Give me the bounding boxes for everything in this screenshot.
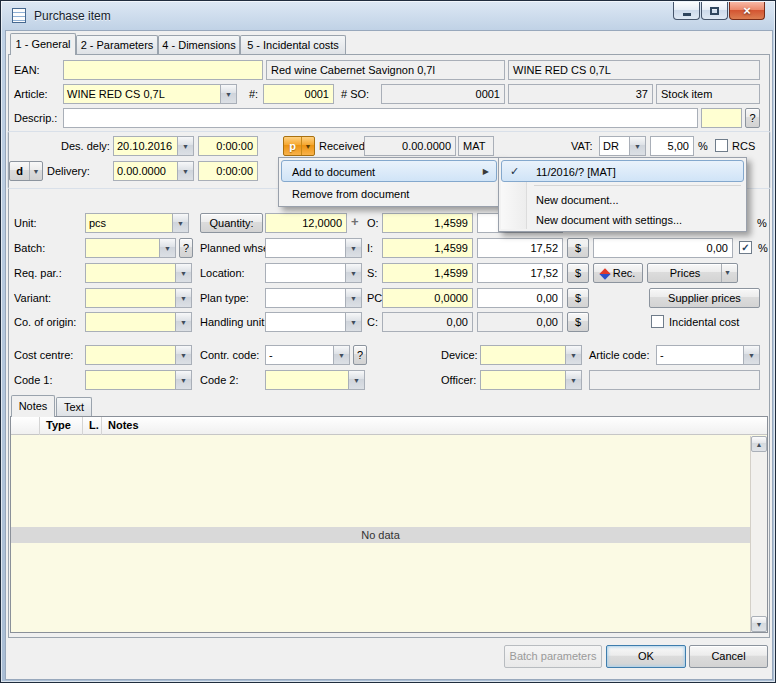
s-value2-input[interactable]: 17,52	[477, 263, 563, 283]
i-currency-button[interactable]: $	[567, 238, 589, 258]
tab-dimensions[interactable]: 4 - Dimensions	[158, 35, 240, 54]
chevron-down-icon[interactable]: ▼	[721, 264, 733, 282]
unit-combo[interactable]: pcs ▼	[85, 213, 189, 233]
device-combo[interactable]: ▼	[480, 345, 582, 365]
chevron-down-icon[interactable]: ▼	[345, 239, 361, 257]
vat-combo[interactable]: DR ▼	[599, 136, 646, 156]
officer-combo[interactable]: ▼	[480, 370, 582, 390]
des-dely-date-combo[interactable]: 20.10.2016 ▼	[113, 136, 194, 156]
quantity-input[interactable]: 12,0000	[265, 213, 347, 233]
article-label: Article:	[14, 88, 48, 101]
chevron-down-icon[interactable]: ▼	[177, 137, 193, 155]
so-field: 0001	[381, 84, 505, 104]
origin-combo[interactable]: ▼	[85, 312, 192, 332]
article-code-combo[interactable]: - ▼	[656, 345, 760, 365]
i-value3-input[interactable]: 0,00	[593, 238, 733, 258]
chevron-down-icon[interactable]: ▼	[301, 137, 314, 155]
menu-item-new-document-settings[interactable]: New document with settings...	[501, 209, 744, 229]
quantity-button[interactable]: Quantity:	[200, 213, 263, 233]
hash-input[interactable]: 0001	[263, 84, 334, 104]
rcs-checkbox[interactable]	[715, 139, 728, 152]
menu-item-remove-from-document[interactable]: Remove from document	[281, 182, 497, 204]
chevron-down-icon[interactable]: ▼	[629, 137, 645, 155]
chevron-down-icon[interactable]: ▼	[159, 239, 175, 257]
s-value1-input[interactable]: 1,4599	[382, 263, 473, 283]
chevron-down-icon[interactable]: ▼	[565, 371, 581, 389]
scroll-down-icon[interactable]: ▼	[751, 616, 767, 632]
article-combo[interactable]: WINE RED CS 0,7L ▼	[63, 84, 237, 104]
chevron-down-icon[interactable]: ▼	[175, 346, 191, 364]
plan-type-combo[interactable]: ▼	[265, 288, 362, 308]
incidental-cost-checkbox[interactable]	[651, 315, 664, 328]
o-value-input[interactable]: 1,4599	[382, 213, 473, 233]
delivery-time-input[interactable]: 0:00:00	[198, 161, 258, 181]
chevron-down-icon[interactable]: ▼	[175, 313, 191, 331]
descrip-extra-input[interactable]	[701, 108, 742, 128]
notes-scrollbar[interactable]: ▲ ▼	[750, 436, 767, 632]
titlebar[interactable]: Purchase item ×	[1, 1, 775, 30]
descrip-input[interactable]	[63, 108, 698, 128]
supplier-prices-button[interactable]: Supplier prices	[649, 288, 760, 308]
s-currency-button[interactable]: $	[567, 263, 589, 283]
variant-combo[interactable]: ▼	[85, 288, 192, 308]
tab-notes[interactable]: Notes	[11, 395, 55, 417]
handling-unit-combo[interactable]: ▼	[265, 312, 362, 332]
chevron-down-icon[interactable]: ▼	[345, 264, 361, 282]
minimize-button[interactable]	[673, 2, 700, 20]
c-value2-field: 0,00	[477, 312, 563, 332]
pc-currency-button[interactable]: $	[567, 288, 589, 308]
i-percent-checkbox[interactable]: ✓	[739, 241, 752, 254]
tab-general[interactable]: 1 - General	[10, 33, 76, 55]
des-dely-time-input[interactable]: 0:00:00	[198, 136, 258, 156]
menu-separator	[534, 185, 741, 186]
chevron-down-icon[interactable]: ▼	[175, 289, 191, 307]
chevron-down-icon[interactable]: ▼	[172, 214, 188, 232]
chevron-down-icon[interactable]: ▼	[333, 346, 349, 364]
chevron-down-icon[interactable]: ▼	[348, 371, 364, 389]
planned-whse-combo[interactable]: ▼	[265, 238, 362, 258]
chevron-down-icon[interactable]: ▼	[743, 346, 759, 364]
prices-button[interactable]: Prices ▼	[647, 263, 738, 283]
code2-combo[interactable]: ▼	[265, 370, 365, 390]
menu-item-add-to-document[interactable]: Add to document ▶	[281, 160, 497, 182]
tab-incidental-costs[interactable]: 5 - Incidental costs	[240, 35, 346, 54]
tab-text[interactable]: Text	[56, 397, 92, 416]
cancel-button[interactable]: Cancel	[689, 645, 768, 668]
pc-value2-input[interactable]: 0,00	[477, 288, 563, 308]
req-par-combo[interactable]: ▼	[85, 263, 192, 283]
descrip-help-button[interactable]: ?	[745, 108, 760, 128]
menu-item-current-document[interactable]: ✓ 11/2016/? [MAT]	[501, 160, 744, 182]
vat-rate-input[interactable]: 5,00	[650, 136, 694, 156]
maximize-button[interactable]	[701, 2, 728, 20]
chevron-down-icon[interactable]: ▼	[177, 162, 193, 180]
location-combo[interactable]: ▼	[265, 263, 362, 283]
purchase-doc-split-button[interactable]: p ▼	[283, 136, 315, 156]
delivery-doc-split-button[interactable]: d ▼	[9, 161, 43, 181]
code1-combo[interactable]: ▼	[85, 370, 192, 390]
batch-help-button[interactable]: ?	[179, 238, 193, 258]
i-value1-input[interactable]: 1,4599	[382, 238, 473, 258]
close-button[interactable]: ×	[729, 2, 765, 20]
batch-combo[interactable]: ▼	[85, 238, 176, 258]
chevron-down-icon[interactable]: ▼	[175, 371, 191, 389]
chevron-down-icon[interactable]: ▼	[565, 346, 581, 364]
chevron-down-icon[interactable]: ▼	[345, 313, 361, 331]
contr-code-combo[interactable]: - ▼	[265, 345, 350, 365]
pc-value1-input[interactable]: 0,0000	[382, 288, 473, 308]
i-value2-input[interactable]: 17,52	[477, 238, 563, 258]
contr-code-help-button[interactable]: ?	[353, 345, 367, 365]
tab-parameters[interactable]: 2 - Parameters	[76, 35, 158, 54]
delivery-date-combo[interactable]: 0.00.0000 ▼	[113, 161, 194, 181]
ean-input[interactable]	[63, 60, 263, 80]
chevron-down-icon[interactable]: ▼	[175, 264, 191, 282]
c-currency-button[interactable]: $	[567, 312, 589, 332]
chevron-down-icon[interactable]: ▼	[220, 85, 236, 103]
plus-icon[interactable]: +	[351, 215, 359, 228]
rec-button[interactable]: Rec.	[593, 263, 643, 283]
chevron-down-icon[interactable]: ▼	[345, 289, 361, 307]
chevron-down-icon[interactable]: ▼	[29, 162, 42, 180]
menu-item-new-document[interactable]: New document...	[501, 189, 744, 209]
ok-button[interactable]: OK	[606, 645, 686, 668]
cost-centre-combo[interactable]: ▼	[85, 345, 192, 365]
scroll-up-icon[interactable]: ▲	[751, 436, 767, 452]
